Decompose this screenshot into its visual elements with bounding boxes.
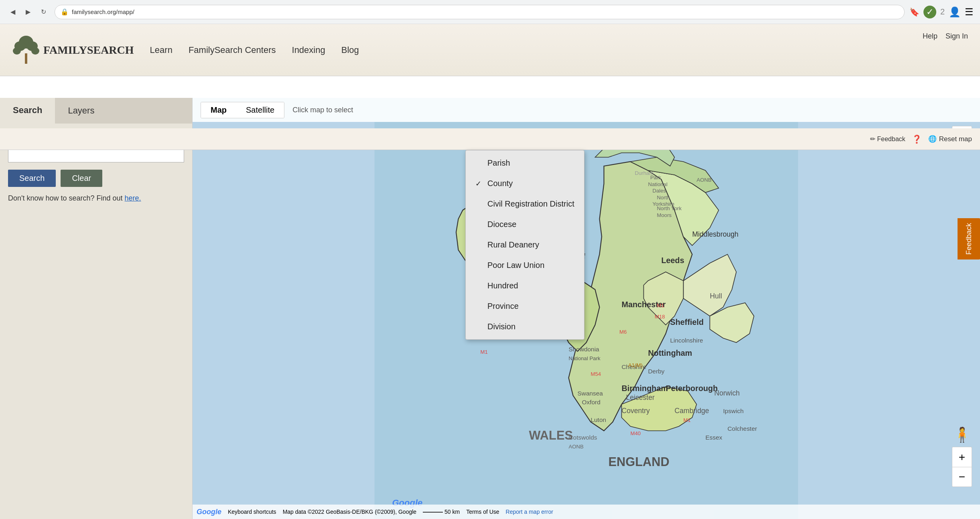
svg-text:Moors: Moors <box>657 212 672 218</box>
map-attribution: Google Keyboard shortcuts Map data ©2022… <box>193 505 980 519</box>
dropdown-item-division[interactable]: Division <box>466 316 584 337</box>
dropdown-item-civil-registration-district[interactable]: Civil Registration District <box>466 194 584 214</box>
bookmark-icon[interactable]: 🔖 <box>909 7 919 17</box>
dropdown-item-hundred[interactable]: Hundred <box>466 276 584 296</box>
svg-text:Colchester: Colchester <box>728 425 757 432</box>
svg-text:Sheffield: Sheffield <box>670 318 704 326</box>
svg-text:Leicester: Leicester <box>626 393 655 401</box>
svg-text:M18: M18 <box>655 314 665 320</box>
back-button[interactable]: ◀ <box>6 6 19 18</box>
svg-text:Snowdonia: Snowdonia <box>569 346 600 353</box>
reset-map-button[interactable]: 🌐 Reset map <box>928 135 972 143</box>
zoom-out-button[interactable]: − <box>952 467 972 487</box>
help-link[interactable]: Help <box>923 32 937 41</box>
scale-text: 50 km <box>423 509 460 515</box>
address-bar[interactable]: 🔒 familysearch.org/mapp/ <box>55 5 905 19</box>
svg-text:M40: M40 <box>631 430 641 436</box>
menu-icon[interactable]: ☰ <box>965 6 974 18</box>
url-display: familysearch.org/mapp/ <box>72 8 134 15</box>
dropdown-item-parish[interactable]: Parish <box>466 153 584 173</box>
sidebar: Search Layers Enter a location to search… <box>0 98 193 519</box>
layer-dropdown-menu: Parish✓CountyCivil Registration District… <box>465 150 584 340</box>
profile-icon[interactable]: 👤 <box>949 6 961 18</box>
feedback-button[interactable]: ✏ Feedback <box>870 135 905 143</box>
header-right: Help Sign In <box>923 32 968 41</box>
map-tiles: Leeds Middlesbrough Hull Manchester Shef… <box>193 122 980 519</box>
help-here-link[interactable]: here. <box>125 194 141 202</box>
map-type-buttons: Map Satellite <box>201 102 284 118</box>
help-circle-icon[interactable]: ❓ <box>912 134 922 144</box>
svg-text:Norwich: Norwich <box>714 389 740 397</box>
globe-icon: 🌐 <box>928 135 937 143</box>
tab-layers[interactable]: Layers <box>55 98 107 124</box>
svg-text:Ipswich: Ipswich <box>723 407 744 414</box>
dropdown-item-county[interactable]: ✓County <box>466 173 584 194</box>
svg-text:M54: M54 <box>591 371 601 377</box>
svg-text:Derby: Derby <box>648 368 665 375</box>
svg-text:Dales: Dales <box>653 188 666 194</box>
svg-text:Luton: Luton <box>591 416 607 423</box>
google-logo: Google <box>197 508 221 516</box>
tab-search[interactable]: Search <box>0 98 55 124</box>
svg-text:WALES: WALES <box>529 428 573 442</box>
nav-learn[interactable]: Learn <box>150 45 172 55</box>
help-text: Don't know how to search? Find out here. <box>8 194 184 203</box>
keyboard-shortcuts[interactable]: Keyboard shortcuts <box>228 509 276 515</box>
svg-point-4 <box>31 47 39 55</box>
feedback-side-tab[interactable]: Feedback <box>958 218 980 260</box>
terms-link[interactable]: Terms of Use <box>466 509 499 515</box>
nav-blog[interactable]: Blog <box>341 45 359 55</box>
forward-button[interactable]: ▶ <box>22 6 34 18</box>
svg-text:Peterborough: Peterborough <box>666 384 718 393</box>
svg-text:Oxford: Oxford <box>582 399 601 405</box>
svg-text:Nottingham: Nottingham <box>648 349 692 357</box>
svg-text:A1(M): A1(M) <box>628 362 643 368</box>
report-link[interactable]: Report a map error <box>506 509 553 515</box>
logo-area: FAMILYSEARCH <box>12 34 134 66</box>
svg-text:Yorkshire: Yorkshire <box>653 201 675 207</box>
svg-text:Durham: Durham <box>635 170 654 176</box>
svg-text:M1: M1 <box>481 349 488 355</box>
svg-text:M1: M1 <box>684 417 691 423</box>
map-svg: Leeds Middlesbrough Hull Manchester Shef… <box>193 122 980 519</box>
svg-text:M1: M1 <box>657 302 664 308</box>
map-type-satellite[interactable]: Satellite <box>236 102 284 118</box>
dropdown-item-diocese[interactable]: Diocese <box>466 214 584 235</box>
street-view-icon[interactable]: 🧍 <box>952 423 972 447</box>
extension-icon[interactable]: ✓ <box>923 6 936 18</box>
feedback-right: ✏ Feedback ❓ 🌐 Reset map <box>870 134 972 144</box>
svg-text:Essex: Essex <box>706 434 722 441</box>
svg-text:AONB: AONB <box>697 177 712 183</box>
svg-text:Swansea: Swansea <box>578 390 603 397</box>
clear-button[interactable]: Clear <box>61 170 102 187</box>
dropdown-item-rural-deanery[interactable]: Rural Deanery <box>466 235 584 255</box>
app-header: FAMILYSEARCH Learn FamilySearch Centers … <box>0 24 980 76</box>
zoom-in-button[interactable]: + <box>952 447 972 467</box>
main-nav: Learn FamilySearch Centers Indexing Blog <box>150 45 359 55</box>
svg-text:Coventry: Coventry <box>622 407 650 415</box>
search-button[interactable]: Search <box>8 170 56 187</box>
map-zoom-controls: + − <box>952 447 972 487</box>
svg-text:Hull: Hull <box>710 292 722 300</box>
svg-text:National: National <box>648 181 668 187</box>
svg-text:Birmingham: Birmingham <box>622 384 668 393</box>
map-area[interactable]: Map Satellite Click map to select <box>193 98 980 519</box>
logo-text: FAMILYSEARCH <box>43 44 134 57</box>
sign-in-link[interactable]: Sign In <box>946 32 968 41</box>
svg-text:M6: M6 <box>619 329 627 335</box>
nav-indexing[interactable]: Indexing <box>292 45 325 55</box>
badge-2: 2 <box>940 7 945 16</box>
svg-text:ENGLAND: ENGLAND <box>609 455 670 469</box>
svg-text:Cotswolds: Cotswolds <box>569 434 597 441</box>
feedback-bar: ✏ Feedback ❓ 🌐 Reset map <box>0 128 980 150</box>
svg-text:Middlesbrough: Middlesbrough <box>692 230 739 238</box>
browser-actions: 🔖 ✓ 2 👤 ☰ <box>909 6 974 18</box>
dropdown-item-province[interactable]: Province <box>466 296 584 316</box>
dropdown-item-poor-law-union[interactable]: Poor Law Union <box>466 255 584 276</box>
map-type-map[interactable]: Map <box>201 102 236 118</box>
reload-button[interactable]: ↻ <box>37 6 50 18</box>
nav-buttons: ◀ ▶ ↻ <box>6 6 50 18</box>
svg-text:North: North <box>657 195 670 201</box>
svg-rect-5 <box>25 53 27 64</box>
nav-centers[interactable]: FamilySearch Centers <box>189 45 276 55</box>
